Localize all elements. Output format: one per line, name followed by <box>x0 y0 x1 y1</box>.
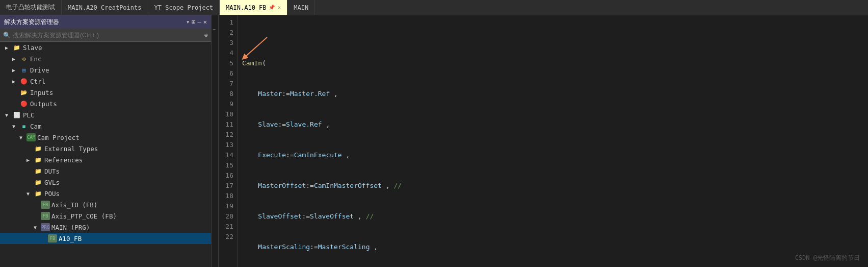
tree-label: Enc <box>30 55 42 63</box>
tab-label: YT Scope Project <box>154 4 214 11</box>
tree-label: Cam Project <box>37 134 80 141</box>
code-line-6: MasterOffset:=CamInMasterOffset , // <box>242 181 864 191</box>
tree-label: Slave <box>23 44 42 52</box>
expand-arrow: ▼ <box>5 112 12 118</box>
folder-icon: 📁 <box>34 178 43 186</box>
tree-label: GVLs <box>44 179 60 186</box>
tree-item-camproject[interactable]: ▼ CAM Cam Project <box>0 132 211 143</box>
expand-arrow: ▼ <box>34 225 41 230</box>
tree-label: Axis_PTP_COE (FB) <box>51 212 117 220</box>
tree-container: ▶ 📁 Slave ▶ ⚙ Enc ▶ ▤ Drive ▶ 🔴 Ctrl <box>0 42 211 267</box>
panel-header: 解决方案资源管理器 ▾ ⊞ — ✕ <box>0 15 211 29</box>
tree-item-slave[interactable]: ▶ 📁 Slave <box>0 42 211 53</box>
main-layout: 解决方案资源管理器 ▾ ⊞ — ✕ 🔍 ⊕ ▶ 📁 Slave ▶ ⚙ <box>0 15 868 267</box>
expand-arrow: ▶ <box>12 67 19 73</box>
panel-title: 解决方案资源管理器 <box>4 18 59 27</box>
folder-icon: 📁 <box>34 156 43 164</box>
tree-label: External Types <box>44 145 98 153</box>
tree-label: References <box>44 156 83 164</box>
tree-item-enc[interactable]: ▶ ⚙ Enc <box>0 53 211 64</box>
code-content[interactable]: CamIn( Master:=Master.Ref , Slave:=Slave… <box>238 15 868 267</box>
cam-icon: ◼ <box>19 122 29 130</box>
tree-item-a10-fb[interactable]: FB A10_FB <box>0 233 211 244</box>
tree-item-axis-io[interactable]: FB Axis_IO (FB) <box>0 199 211 210</box>
tree-item-main-prg[interactable]: ▼ PRG MAIN (PRG) <box>0 222 211 233</box>
code-area: − 12345 678910 1112131415 1617181920 212… <box>212 15 868 267</box>
tree-label: Ctrl <box>30 78 45 85</box>
close-panel-icon[interactable]: ✕ <box>203 18 207 26</box>
fb-icon: FB <box>41 212 50 220</box>
fb-icon: FB <box>48 234 57 242</box>
tree-item-cam[interactable]: ▼ ◼ Cam <box>0 120 211 132</box>
outputs-icon: 🔴 <box>19 100 29 108</box>
code-line-8: MasterScaling:=MasterScaling , <box>242 242 864 252</box>
tab-label: MAIN.A20_CreatPoints <box>68 4 142 11</box>
code-editor-panel: − 12345 678910 1112131415 1617181920 212… <box>212 15 868 267</box>
drive-icon: ▤ <box>19 66 29 74</box>
tab-电子凸轮[interactable]: 电子凸轮功能测试 <box>0 0 62 15</box>
plc-icon: ⬜ <box>12 111 21 119</box>
tree-label: Inputs <box>30 89 53 96</box>
tree-item-plc[interactable]: ▼ ⬜ PLC <box>0 109 211 120</box>
search-input[interactable] <box>13 32 204 39</box>
toggle-icon[interactable]: ▾ <box>186 18 190 26</box>
code-line-3: Master:=Master.Ref , <box>242 89 864 99</box>
expand-arrow: ▼ <box>27 191 34 197</box>
fb-icon: FB <box>41 201 50 209</box>
code-line-7: SlaveOffset:=SlaveOffset , // <box>242 211 864 222</box>
expand-arrow: ▶ <box>12 79 19 84</box>
tab-main-a20[interactable]: MAIN.A20_CreatPoints <box>62 0 148 15</box>
folder-icon: 📁 <box>34 167 43 175</box>
ctrl-icon: 🔴 <box>19 77 29 85</box>
tab-label: 电子凸轮功能测试 <box>6 3 55 12</box>
tab-yt-scope[interactable]: YT Scope Project <box>148 0 220 15</box>
tree-label: Cam <box>30 123 42 130</box>
expand-arrow: ▶ <box>5 45 12 51</box>
close-icon[interactable]: ✕ <box>278 4 281 11</box>
tree-item-outputs[interactable]: 🔴 Outputs <box>0 98 211 109</box>
gutter: − <box>212 15 219 267</box>
tab-main-a10[interactable]: MAIN.A10_FB 📌 ✕ <box>220 0 287 15</box>
search-filter-icon[interactable]: ⊕ <box>204 32 208 39</box>
inputs-icon: 📂 <box>19 88 29 96</box>
folder-icon: 📁 <box>34 144 43 153</box>
search-bar: 🔍 ⊕ <box>0 29 211 42</box>
line-numbers: 12345 678910 1112131415 1617181920 2122 <box>219 15 238 267</box>
expand-arrow: ▶ <box>27 157 34 163</box>
camproject-icon: CAM <box>27 133 36 141</box>
tree-item-ctrl[interactable]: ▶ 🔴 Ctrl <box>0 76 211 87</box>
code-line-2: CamIn( <box>242 58 864 68</box>
tree-label: POUs <box>44 190 60 198</box>
tree-item-gvls[interactable]: 📁 GVLs <box>0 177 211 188</box>
tree-item-duts[interactable]: 📁 DUTs <box>0 165 211 177</box>
tree-item-inputs[interactable]: 📂 Inputs <box>0 87 211 98</box>
tree-label: Drive <box>30 66 49 74</box>
tree-item-drive[interactable]: ▶ ▤ Drive <box>0 64 211 76</box>
tab-bar: 电子凸轮功能测试 MAIN.A20_CreatPoints YT Scope P… <box>0 0 868 15</box>
collapse-button[interactable]: − <box>213 27 216 32</box>
tree-label: PLC <box>23 111 35 119</box>
tree-item-axis-ptp[interactable]: FB Axis_PTP_COE (FB) <box>0 210 211 222</box>
prg-icon: PRG <box>41 223 50 231</box>
svg-line-0 <box>244 37 267 58</box>
search-icon: 🔍 <box>3 32 11 39</box>
tab-main[interactable]: MAIN <box>287 0 315 15</box>
code-line-5: Execute:=CamInExecute , <box>242 150 864 160</box>
pin-icon: 📌 <box>269 5 275 10</box>
minimize-icon[interactable]: — <box>198 18 201 26</box>
expand-arrow: ▶ <box>12 56 19 62</box>
tree-item-external-types[interactable]: 📁 External Types <box>0 143 211 154</box>
tree-label: MAIN (PRG) <box>51 224 90 231</box>
tree-item-references[interactable]: ▶ 📁 References <box>0 154 211 165</box>
tree-label: Outputs <box>30 100 57 108</box>
folder-icon: 📁 <box>12 43 21 52</box>
tab-label: MAIN <box>294 4 308 11</box>
expand-arrow: ▼ <box>19 135 27 140</box>
solution-explorer-panel: 解决方案资源管理器 ▾ ⊞ — ✕ 🔍 ⊕ ▶ 📁 Slave ▶ ⚙ <box>0 15 212 267</box>
watermark: CSDN @光怪陆离的节日 <box>795 253 860 263</box>
code-line-4: Slave:=Slave.Ref , <box>242 119 864 130</box>
panel-header-icons: ▾ ⊞ — ✕ <box>186 18 207 26</box>
folder-icon: 📁 <box>34 189 43 198</box>
expand-icon[interactable]: ⊞ <box>192 18 195 26</box>
tree-item-pous[interactable]: ▼ 📁 POUs <box>0 188 211 199</box>
